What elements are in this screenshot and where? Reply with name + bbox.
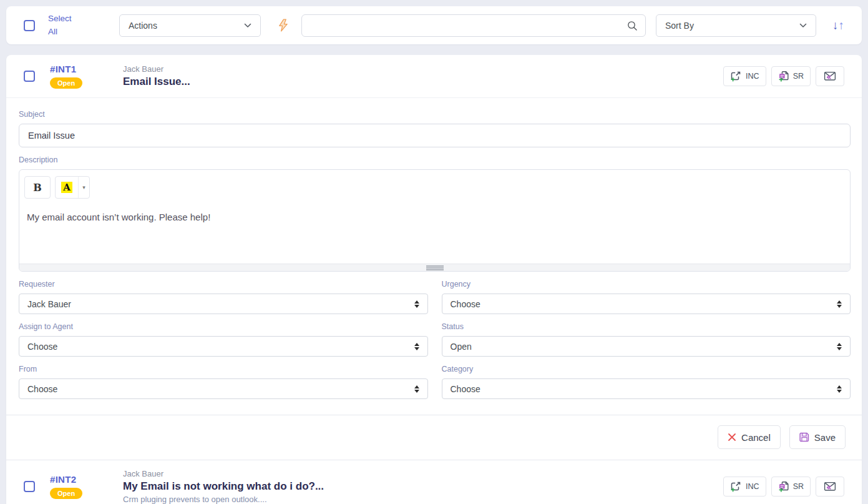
ticket-checkbox[interactable] bbox=[24, 481, 35, 492]
search-input[interactable] bbox=[310, 15, 627, 36]
convert-to-incident-label: INC bbox=[746, 72, 759, 81]
save-button-label: Save bbox=[814, 432, 836, 443]
add-service-request-icon bbox=[778, 71, 790, 82]
requester-select-value: Jack Bauer bbox=[27, 299, 71, 309]
chevron-down-icon bbox=[799, 23, 807, 28]
save-button[interactable]: Save bbox=[789, 425, 846, 449]
select-spinner-icon bbox=[414, 385, 419, 393]
from-select[interactable]: Choose bbox=[19, 378, 428, 399]
category-field: Category Choose bbox=[442, 357, 851, 399]
form-footer: Cancel Save bbox=[6, 415, 862, 460]
from-label: From bbox=[19, 365, 428, 373]
close-x-icon bbox=[728, 433, 736, 442]
editor-resize-bar[interactable] bbox=[19, 264, 850, 271]
ticket-row-int2[interactable]: #INT2 Open Jack Bauer My Email is not wo… bbox=[6, 460, 862, 504]
add-incident-icon bbox=[730, 71, 743, 82]
ticket-requester-name: Jack Bauer bbox=[123, 64, 723, 74]
ticket-title: Email Issue... bbox=[123, 76, 723, 88]
requester-field: Requester Jack Bauer bbox=[19, 272, 428, 314]
sort-direction-toggle[interactable]: ↓↑ bbox=[832, 19, 844, 32]
sort-descending-arrow-icon: ↓ bbox=[832, 19, 839, 32]
chevron-down-icon bbox=[244, 23, 251, 28]
cancel-button-label: Cancel bbox=[741, 432, 771, 443]
reply-email-icon bbox=[824, 71, 836, 81]
ticket-actions: INC SR bbox=[723, 477, 844, 497]
convert-to-service-request-label: SR bbox=[793, 482, 804, 491]
highlight-color-label: A bbox=[61, 182, 72, 193]
urgency-field: Urgency Choose bbox=[442, 272, 851, 314]
assign-to-agent-field: Assign to Agent Choose bbox=[19, 314, 428, 357]
highlight-color-button[interactable]: A bbox=[56, 177, 78, 198]
sort-by-dropdown[interactable]: Sort By bbox=[656, 14, 816, 37]
ticket-summary: Jack Bauer My Email is not working what … bbox=[123, 469, 723, 504]
status-field: Status Open bbox=[442, 314, 851, 357]
urgency-select[interactable]: Choose bbox=[442, 294, 851, 314]
requester-select[interactable]: Jack Bauer bbox=[19, 294, 428, 314]
urgency-select-value: Choose bbox=[451, 299, 480, 309]
convert-to-incident-button[interactable]: INC bbox=[723, 66, 766, 86]
resize-grip-icon bbox=[426, 265, 444, 270]
ticket-fields-grid: Requester Jack Bauer Urgency Choose Assi… bbox=[19, 272, 851, 399]
bold-button-label: B bbox=[33, 182, 42, 194]
forward-email-button[interactable] bbox=[816, 66, 844, 86]
assign-to-agent-select-value: Choose bbox=[27, 342, 57, 352]
lightning-bolt-icon bbox=[278, 19, 288, 32]
floppy-save-icon bbox=[799, 432, 809, 442]
add-service-request-icon bbox=[778, 481, 790, 493]
description-editor: B A ▾ My email account isn’t working. Pl… bbox=[19, 169, 851, 272]
convert-to-incident-button[interactable]: INC bbox=[723, 477, 766, 497]
category-select[interactable]: Choose bbox=[442, 378, 851, 399]
ticket-title: My Email is not working what do i do?... bbox=[123, 480, 723, 493]
highlight-color-caret-button[interactable]: ▾ bbox=[78, 177, 89, 198]
requester-label: Requester bbox=[19, 280, 428, 289]
ticket-requester-name: Jack Bauer bbox=[123, 469, 723, 478]
from-field: From Choose bbox=[19, 357, 428, 399]
ticket-row-int1[interactable]: #INT1 Open Jack Bauer Email Issue... INC bbox=[6, 55, 862, 98]
status-badge: Open bbox=[50, 488, 82, 499]
from-select-value: Choose bbox=[27, 384, 57, 394]
convert-to-incident-label: INC bbox=[746, 482, 759, 491]
subject-label: Subject bbox=[19, 110, 851, 119]
bold-button[interactable]: B bbox=[24, 176, 51, 199]
sort-ascending-arrow-icon: ↑ bbox=[839, 19, 845, 32]
ticket-actions: INC SR bbox=[723, 66, 844, 86]
ticket-list-card: #INT1 Open Jack Bauer Email Issue... INC bbox=[6, 55, 862, 504]
reply-email-icon bbox=[824, 482, 836, 492]
toolbar: Select All Actions Sort By ↓↑ bbox=[6, 6, 862, 44]
editor-toolbar: B A ▾ bbox=[19, 170, 850, 201]
select-spinner-icon bbox=[414, 300, 419, 308]
sort-by-dropdown-value: Sort By bbox=[665, 21, 694, 31]
assign-to-agent-label: Assign to Agent bbox=[19, 322, 428, 331]
urgency-label: Urgency bbox=[442, 280, 851, 289]
caret-down-icon: ▾ bbox=[82, 184, 85, 190]
actions-dropdown[interactable]: Actions bbox=[119, 14, 261, 37]
ticket-checkbox[interactable] bbox=[24, 71, 35, 82]
quick-actions-bolt-button[interactable] bbox=[278, 19, 288, 32]
add-incident-icon bbox=[730, 481, 743, 493]
description-label: Description bbox=[19, 156, 851, 164]
select-spinner-icon bbox=[837, 343, 842, 350]
select-all-label[interactable]: Select All bbox=[48, 12, 80, 38]
ticket-snippet: Crm pluging prevents to open outlook.... bbox=[123, 495, 723, 504]
search-box bbox=[301, 14, 646, 37]
actions-dropdown-value: Actions bbox=[129, 21, 157, 31]
select-spinner-icon bbox=[414, 343, 419, 350]
search-icon[interactable] bbox=[627, 20, 638, 31]
status-select-value: Open bbox=[451, 342, 472, 352]
convert-to-service-request-button[interactable]: SR bbox=[771, 66, 811, 86]
category-label: Category bbox=[442, 365, 851, 373]
forward-email-button[interactable] bbox=[816, 477, 844, 497]
ticket-summary: Jack Bauer Email Issue... bbox=[123, 64, 723, 88]
description-content[interactable]: My email account isn’t working. Please h… bbox=[19, 201, 850, 264]
ticket-edit-form: Subject Description B A ▾ My email accou… bbox=[6, 110, 862, 399]
subject-input[interactable] bbox=[19, 124, 851, 147]
status-badge: Open bbox=[50, 77, 82, 89]
convert-to-service-request-button[interactable]: SR bbox=[771, 477, 811, 497]
category-select-value: Choose bbox=[451, 384, 480, 394]
assign-to-agent-select[interactable]: Choose bbox=[19, 336, 428, 357]
select-all-checkbox[interactable] bbox=[24, 20, 35, 31]
status-select[interactable]: Open bbox=[442, 336, 851, 357]
ticket-id: #INT2 bbox=[50, 474, 76, 485]
cancel-button[interactable]: Cancel bbox=[718, 425, 781, 449]
select-spinner-icon bbox=[837, 300, 842, 308]
